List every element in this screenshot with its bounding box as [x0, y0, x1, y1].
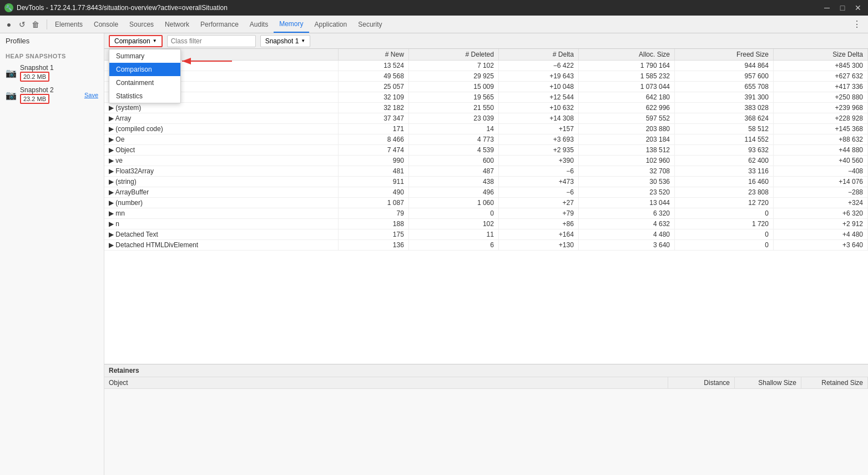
table-row[interactable]: ▶ (system)32 18221 550+10 632622 996383 … — [104, 103, 868, 113]
snapshot-save-button[interactable]: Save — [84, 92, 98, 98]
row-cell: +12 544 — [498, 92, 578, 103]
row-cell: 487 — [408, 166, 498, 177]
row-cell: +14 308 — [498, 113, 578, 124]
tab-application[interactable]: Application — [309, 16, 353, 33]
table-row[interactable]: ▶ ArrayBuffer490496−623 52023 808−288 — [104, 187, 868, 198]
row-cell: 58 512 — [675, 124, 774, 134]
tab-memory[interactable]: Memory — [274, 16, 309, 33]
view-dropdown-arrow: ▼ — [153, 38, 157, 43]
row-constructor: ▶ (compiled code) — [104, 124, 338, 134]
row-cell: 655 708 — [675, 82, 774, 92]
col-alloc-size[interactable]: Alloc. Size — [578, 49, 674, 61]
snapshot-1-icon: 📷 — [6, 68, 17, 78]
snapshot-2-name: Snapshot 2 — [20, 86, 54, 94]
close-button[interactable]: ✕ — [852, 2, 864, 13]
minimize-button[interactable]: ─ — [821, 2, 832, 13]
row-cell: +130 — [498, 240, 578, 251]
row-constructor: ▶ (system) — [104, 103, 338, 113]
tab-sources[interactable]: Sources — [124, 16, 159, 33]
row-cell: 0 — [675, 208, 774, 219]
more-tabs-button[interactable]: ⋮ — [848, 19, 866, 29]
snapshot-2-icon: 📷 — [6, 90, 17, 101]
row-cell: 136 — [338, 240, 408, 251]
table-row[interactable]: ▶ Object7 4744 539+2 935138 51293 632+44… — [104, 145, 868, 156]
table-row[interactable]: ▶ ve990600+390102 96062 400+40 560 — [104, 156, 868, 166]
snapshot-2-item[interactable]: 📷 Snapshot 2 23.2 MB Save — [0, 84, 104, 106]
title-bar-text: DevTools - 172.24.1.77:8443/situation-ov… — [17, 4, 228, 12]
row-cell: 19 565 — [408, 92, 498, 103]
menu-item-summary[interactable]: Summary — [109, 49, 180, 63]
row-cell: 496 — [408, 187, 498, 198]
row-cell: 4 480 — [578, 229, 674, 240]
row-cell: +27 — [498, 198, 578, 208]
row-cell: 6 320 — [578, 208, 674, 219]
class-filter-input[interactable] — [167, 35, 256, 47]
row-cell: 102 960 — [578, 156, 674, 166]
row-cell: 490 — [338, 187, 408, 198]
table-row[interactable]: ▶ n188102+864 6321 720+2 912 — [104, 219, 868, 229]
record-button[interactable]: ● — [2, 18, 16, 31]
refresh-button[interactable]: ↺ — [16, 18, 29, 31]
row-cell: +86 — [498, 219, 578, 229]
row-constructor: ▶ (number) — [104, 198, 338, 208]
tab-performance[interactable]: Performance — [195, 16, 244, 33]
row-cell: 62 400 — [675, 156, 774, 166]
row-cell: 138 512 — [578, 145, 674, 156]
table-row[interactable]: ▶ Array37 34723 039+14 308597 552368 624… — [104, 113, 868, 124]
table-row[interactable]: ▶ de32 10919 565+12 544642 180391 300+25… — [104, 92, 868, 103]
row-cell: 1 073 044 — [578, 82, 674, 92]
row-cell: 11 — [408, 229, 498, 240]
delete-button[interactable]: 🗑 — [29, 18, 42, 31]
row-cell: 0 — [675, 229, 774, 240]
data-table-wrapper[interactable]: Constructor # New # Deleted # Delta Allo… — [104, 49, 868, 364]
row-cell: −6 — [498, 187, 578, 198]
tab-security[interactable]: Security — [352, 16, 387, 33]
table-row[interactable]: ▶ Detached HTMLDivElement1366+1303 6400+… — [104, 240, 868, 251]
menu-item-containment[interactable]: Containment — [109, 76, 180, 89]
row-constructor: ▶ (string) — [104, 177, 338, 187]
view-dropdown-button[interactable]: Comparison ▼ — [109, 35, 163, 47]
table-row[interactable]: ▶ mn790+796 3200+6 320 — [104, 208, 868, 219]
table-row[interactable]: ▶ (compiled code)17114+157203 88058 512+… — [104, 124, 868, 134]
tab-console[interactable]: Console — [88, 16, 124, 33]
retainers-table-header: Object Distance Shallow Size Retained Si… — [104, 377, 868, 389]
col-delta[interactable]: # Delta — [498, 49, 578, 61]
menu-item-comparison[interactable]: Comparison — [109, 63, 180, 76]
row-cell: 15 009 — [408, 82, 498, 92]
menu-item-statistics[interactable]: Statistics — [109, 89, 180, 103]
row-cell: 13 524 — [338, 61, 408, 71]
snapshot-dropdown-label: Snapshot 1 — [265, 37, 299, 45]
tab-audits[interactable]: Audits — [244, 16, 274, 33]
title-bar-controls[interactable]: ─ □ ✕ — [821, 2, 864, 13]
table-row[interactable]: ▶ Float32Array481487−632 70833 116−408 — [104, 166, 868, 177]
row-cell: +627 632 — [773, 71, 867, 82]
table-row[interactable]: ▶ system / Context25 05715 009+10 0481 0… — [104, 82, 868, 92]
row-cell: 0 — [408, 208, 498, 219]
row-cell: 7 102 — [408, 61, 498, 71]
row-cell: 23 039 — [408, 113, 498, 124]
table-row[interactable]: ▶ Detached Text17511+1644 4800+4 480 — [104, 229, 868, 240]
col-size-delta[interactable]: Size Delta — [773, 49, 867, 61]
row-cell: 642 180 — [578, 92, 674, 103]
maximize-button[interactable]: □ — [837, 2, 848, 13]
snapshot-1-item[interactable]: 📷 Snapshot 1 20.2 MB — [0, 62, 104, 84]
table-row[interactable]: ▶ (string)911438+47330 53616 460+14 076 — [104, 177, 868, 187]
tab-elements[interactable]: Elements — [49, 16, 88, 33]
table-row[interactable]: 49 56829 925+19 6431 585 232957 600+627 … — [104, 71, 868, 82]
row-cell: 7 474 — [338, 145, 408, 156]
table-row[interactable]: 13 5247 102−6 4221 790 164944 864+845 30… — [104, 61, 868, 71]
table-row[interactable]: ▶ (number)1 0871 060+2713 04412 720+324 — [104, 198, 868, 208]
snapshot-dropdown-button[interactable]: Snapshot 1 ▼ — [260, 35, 311, 47]
col-freed-size[interactable]: Freed Size — [675, 49, 774, 61]
table-row[interactable]: ▶ Oe8 4664 773+3 693203 184114 552+88 63… — [104, 134, 868, 145]
row-cell: 33 116 — [675, 166, 774, 177]
row-cell: 911 — [338, 177, 408, 187]
row-cell: 175 — [338, 229, 408, 240]
row-cell: 990 — [338, 156, 408, 166]
row-cell: 438 — [408, 177, 498, 187]
tab-network[interactable]: Network — [159, 16, 195, 33]
col-deleted[interactable]: # Deleted — [408, 49, 498, 61]
row-cell: 49 568 — [338, 71, 408, 82]
col-new[interactable]: # New — [338, 49, 408, 61]
row-cell: +3 640 — [773, 240, 867, 251]
